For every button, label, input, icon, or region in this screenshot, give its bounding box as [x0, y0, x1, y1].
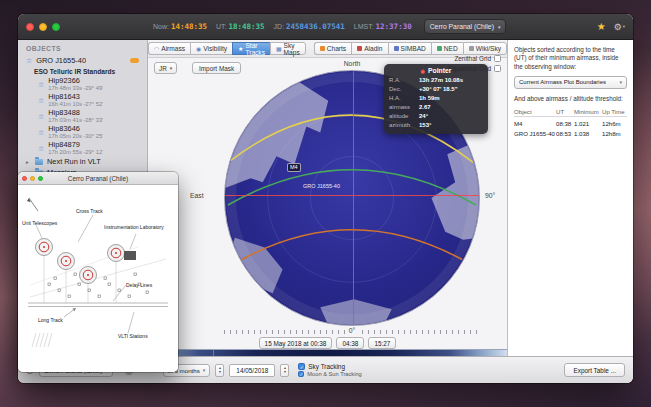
- tab-wiki-sky[interactable]: Wiki/Sky: [463, 42, 507, 55]
- unit-telescopes-label: Unit Telescopes: [22, 220, 58, 226]
- table-row[interactable]: GRO J1655-40 08:53 1.038 12h8m: [514, 128, 627, 138]
- jd-clock: JD: 2458436.07541: [274, 22, 345, 31]
- zenithal-grid-checkbox[interactable]: Zenithal Grid: [454, 55, 501, 62]
- pointer-crosshair-horizontal: [225, 195, 479, 196]
- tab-aladin[interactable]: Aladin: [351, 42, 387, 55]
- sidebar-item-hip92366[interactable]: ☆ Hip9236617h 48m 33s -29° 49': [18, 76, 147, 92]
- tab-ned[interactable]: NED: [431, 42, 463, 55]
- checkbox-icon: [494, 65, 501, 72]
- gro-marker-label[interactable]: GRO J1655-40: [303, 183, 340, 189]
- orange-track: [242, 230, 462, 260]
- sidebar-item-hip81643[interactable]: ☆ Hip8164316h 41m 10s -27° 52': [18, 92, 147, 108]
- sky-maps-icon: ▦: [276, 46, 282, 52]
- table-row[interactable]: M4 08:38 1.021 12h6m: [514, 118, 627, 128]
- instrumentation-lab-icon: [124, 251, 136, 260]
- sidebar-item-hip84879[interactable]: ☆ Hip8487917h 20m 55s -29° 12': [18, 140, 147, 156]
- tracking-options: ✓ Sky Tracking ✓ Moon & Sun Tracking: [298, 363, 361, 377]
- date-field[interactable]: 14/05/2018: [229, 364, 275, 377]
- sidebar-item-gro-j1655-40[interactable]: ☆ GRO J1655-40: [18, 55, 147, 66]
- unit-telescope-icon: [108, 245, 125, 262]
- zoom-button[interactable]: [52, 23, 60, 31]
- time-buttons: 15 May 2018 at 00:38 04:38 15:27: [148, 337, 507, 349]
- tab-airmass[interactable]: ◠Airmass: [148, 42, 190, 55]
- titlebar[interactable]: Now: 14:48:35 UT: 18:48:35 JD: 2458436.0…: [18, 14, 633, 40]
- pointer-icon: ◉: [421, 68, 425, 74]
- airmass-icon: ◠: [154, 46, 159, 52]
- aladin-icon: [357, 46, 362, 51]
- azimuth-90-label: 90°: [485, 192, 495, 199]
- horizon-mask-nw: [225, 79, 328, 188]
- star-icon: ☆: [38, 129, 44, 136]
- unit-telescope-icon: [80, 267, 97, 284]
- star-icon: ☆: [38, 145, 44, 152]
- pointer-tooltip: ◉Pointer R.A.13h 27m 10.08s Dec.+30° 07'…: [384, 64, 488, 134]
- altitude-circle-60: [310, 156, 393, 239]
- pointer-crosshair-vertical: [353, 71, 354, 325]
- long-track-label: Long Track: [38, 317, 63, 323]
- star-icon: ☆: [38, 97, 44, 104]
- night-end-button[interactable]: 15:27: [368, 337, 396, 349]
- minimize-button[interactable]: [39, 23, 47, 31]
- current-time-marker: [213, 350, 214, 356]
- chevron-down-icon: ▾: [203, 367, 206, 373]
- date-time-button[interactable]: 15 May 2018 at 00:38: [259, 337, 333, 349]
- sort-description: Objects sorted according to the time (UT…: [514, 46, 627, 71]
- star-icon: ☆: [26, 57, 32, 64]
- favorites-star-icon[interactable]: ★: [597, 21, 606, 32]
- vlt-platform-diagram: Unit Telescopes Cross Track Instrumentat…: [18, 185, 178, 372]
- vlti-stations-label: VLTI Stations: [118, 333, 148, 339]
- vlt-diagram-svg: Unit Telescopes Cross Track Instrumentat…: [18, 185, 178, 372]
- checkbox-icon: [494, 55, 501, 62]
- night-timeline[interactable]: [148, 349, 507, 356]
- altitude-0-label: 0°: [346, 327, 359, 334]
- objects-table-header: Object UT Minimum Up Time: [514, 108, 627, 117]
- night-start-button[interactable]: 04:38: [336, 337, 364, 349]
- visibility-eye-icon: ◉: [196, 46, 201, 52]
- sidebar-item-hip83488[interactable]: ☆ Hip8348817h 03m 41s -28° 33': [18, 108, 147, 124]
- m4-marker[interactable]: M4: [287, 163, 301, 172]
- settings-gear-icon[interactable]: ⚙▾: [614, 22, 625, 32]
- moon-sun-tracking-checkbox[interactable]: ✓ Moon & Sun Tracking: [298, 371, 361, 377]
- star-icon: ☆: [38, 81, 44, 88]
- wikisky-icon: [469, 46, 474, 51]
- disclosure-triangle-icon[interactable]: ▸: [26, 159, 31, 165]
- east-label: East: [190, 192, 204, 199]
- observatory-popup[interactable]: Cerro Paranal (Chile)▾: [424, 19, 507, 34]
- now-clock: Now: 14:48:35: [153, 22, 207, 31]
- simbad-icon: [394, 46, 399, 51]
- tab-sky-maps[interactable]: ▦Sky Maps: [270, 42, 306, 55]
- date-stepper[interactable]: ▴▾: [215, 364, 224, 377]
- unit-telescope-icon: [36, 239, 53, 256]
- ut-clock: UT: 18:48:35: [216, 22, 265, 31]
- date-stepper[interactable]: ▴▾: [280, 364, 289, 377]
- sidebar-item-next-run-in-vlt[interactable]: ▸ Next Run in VLT: [18, 156, 147, 167]
- chevron-down-icon: ▾: [498, 24, 501, 30]
- unit-telescope-icon: [58, 253, 75, 270]
- boundaries-popup[interactable]: Current Airmass Plot Boundaries▾: [514, 76, 627, 89]
- star-tracks-panel: ◠Airmass ◉Visibility ★Star Tracks ▦Sky M…: [148, 40, 507, 356]
- chevron-down-icon: ▾: [170, 65, 173, 71]
- observatory-window-titlebar[interactable]: Cerro Paranal (Chile): [18, 172, 178, 185]
- tab-simbad[interactable]: SIMBAD: [388, 42, 431, 55]
- charts-icon: [320, 46, 325, 51]
- mask-popup[interactable]: JR▾: [154, 62, 177, 74]
- tab-star-tracks[interactable]: ★Star Tracks: [232, 42, 270, 55]
- sidebar-group-eso-telluric[interactable]: ESO Telluric IR Standards: [18, 66, 147, 76]
- instrumentation-laboratory-label: Instrumentation Laboratory: [104, 224, 164, 230]
- import-mask-button[interactable]: Import Mask: [192, 62, 241, 74]
- threshold-description: And above airmass / altitude threshold:: [514, 95, 627, 103]
- star-tracks-icon: ★: [238, 46, 243, 52]
- sky-tracking-checkbox[interactable]: ✓ Sky Tracking: [298, 363, 361, 370]
- ned-icon: [437, 46, 442, 51]
- tab-visibility[interactable]: ◉Visibility: [190, 42, 232, 55]
- checkbox-checked-icon: ✓: [298, 371, 304, 377]
- export-table-button[interactable]: Export Table ...: [564, 363, 625, 377]
- delay-lines-label: Delay Lines: [126, 282, 153, 288]
- observatory-window-title: Cerro Paranal (Chile): [18, 175, 178, 182]
- cross-track-label: Cross Track: [76, 208, 103, 214]
- sidebar-item-hip83646[interactable]: ☆ Hip8364617h 05m 20s -30° 25': [18, 124, 147, 140]
- observatory-window[interactable]: Cerro Paranal (Chile): [18, 172, 178, 372]
- close-button[interactable]: [26, 23, 34, 31]
- tab-charts[interactable]: Charts: [314, 42, 351, 55]
- airmass-table-panel: Objects sorted according to the time (UT…: [507, 40, 633, 356]
